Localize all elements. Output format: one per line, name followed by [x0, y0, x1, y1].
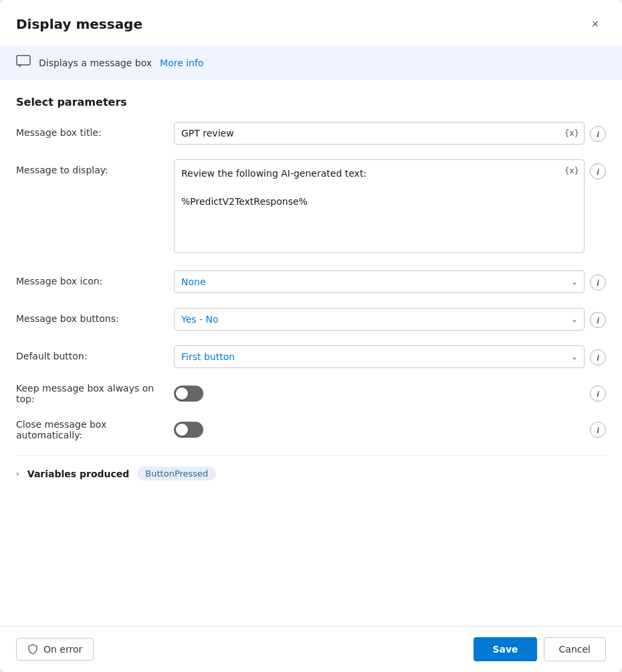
- param-row-title: Message box title: {x} i: [16, 122, 606, 145]
- message-box-buttons-label: Message box buttons:: [16, 308, 163, 324]
- dialog-header: Display message ×: [0, 0, 622, 46]
- info-button-message[interactable]: i: [590, 163, 606, 179]
- toggle-thumb-keep: [176, 388, 188, 400]
- dialog-body: Select parameters Message box title: {x}…: [0, 85, 622, 626]
- shield-icon: [27, 644, 38, 655]
- keep-on-top-toggle[interactable]: [174, 386, 203, 402]
- message-box-icon-select[interactable]: None Information Warning Error: [174, 270, 585, 293]
- default-button-select[interactable]: First button Second button Third button: [174, 345, 585, 368]
- variables-row: › Variables produced ButtonPressed: [16, 455, 606, 491]
- footer-right: Save Cancel: [474, 637, 606, 661]
- message-box-buttons-control: Yes - No OK OK - Cancel Yes - No - Cance…: [174, 308, 606, 331]
- var-badge-message[interactable]: {x}: [564, 166, 579, 175]
- close-automatically-label: Close message box automatically:: [16, 419, 163, 440]
- info-button-title[interactable]: i: [590, 126, 606, 142]
- param-row-message: Message to display: <span class="bold-li…: [16, 159, 606, 256]
- info-banner-text: Displays a message box: [39, 58, 152, 68]
- variables-chevron-icon[interactable]: ›: [16, 469, 19, 479]
- close-automatically-row: Close message box automatically: i: [16, 419, 606, 440]
- message-to-display-textarea[interactable]: <span class="bold-line">Review the follo…: [174, 159, 585, 253]
- svg-rect-0: [17, 56, 30, 65]
- message-box-title-input[interactable]: [174, 122, 585, 145]
- chat-icon: [16, 55, 31, 70]
- variables-label: Variables produced: [27, 469, 130, 479]
- info-button-buttons[interactable]: i: [590, 312, 606, 328]
- info-button-icon[interactable]: i: [590, 274, 606, 290]
- default-button-control: First button Second button Third button …: [174, 345, 606, 368]
- message-to-display-label: Message to display:: [16, 159, 163, 175]
- default-button-label: Default button:: [16, 345, 163, 361]
- display-message-dialog: Display message × Displays a message box…: [0, 0, 622, 672]
- close-automatically-toggle[interactable]: [174, 422, 203, 438]
- info-banner: Displays a message box More info: [0, 46, 622, 80]
- message-box-icon-control: None Information Warning Error ⌄ i: [174, 270, 606, 293]
- close-automatically-control: i: [174, 422, 606, 438]
- message-box-icon-label: Message box icon:: [16, 270, 163, 286]
- close-button[interactable]: ×: [585, 13, 606, 35]
- info-button-keep-on-top[interactable]: i: [590, 386, 606, 402]
- message-to-display-control: <span class="bold-line">Review the follo…: [174, 159, 606, 256]
- keep-on-top-row: Keep message box always on top: i: [16, 383, 606, 404]
- keep-on-top-label: Keep message box always on top:: [16, 383, 163, 404]
- message-box-buttons-select[interactable]: Yes - No OK OK - Cancel Yes - No - Cance…: [174, 308, 585, 331]
- param-row-buttons: Message box buttons: Yes - No OK OK - Ca…: [16, 308, 606, 331]
- variable-tag-buttonpressed[interactable]: ButtonPressed: [137, 467, 216, 481]
- dialog-footer: On error Save Cancel: [0, 626, 622, 672]
- on-error-button[interactable]: On error: [16, 638, 94, 661]
- cancel-button[interactable]: Cancel: [544, 637, 606, 661]
- save-button[interactable]: Save: [474, 637, 536, 661]
- toggle-thumb-close: [176, 424, 188, 436]
- var-badge-title[interactable]: {x}: [564, 129, 579, 138]
- more-info-link[interactable]: More info: [160, 58, 203, 68]
- keep-on-top-control: i: [174, 386, 606, 402]
- message-box-title-label: Message box title:: [16, 122, 163, 138]
- section-title: Select parameters: [16, 96, 606, 108]
- param-row-default-button: Default button: First button Second butt…: [16, 345, 606, 368]
- on-error-label: On error: [43, 644, 82, 655]
- param-row-icon: Message box icon: None Information Warni…: [16, 270, 606, 293]
- message-box-title-control: {x} i: [174, 122, 606, 145]
- dialog-title: Display message: [16, 16, 142, 32]
- info-button-close-auto[interactable]: i: [590, 422, 606, 438]
- info-button-default[interactable]: i: [590, 349, 606, 365]
